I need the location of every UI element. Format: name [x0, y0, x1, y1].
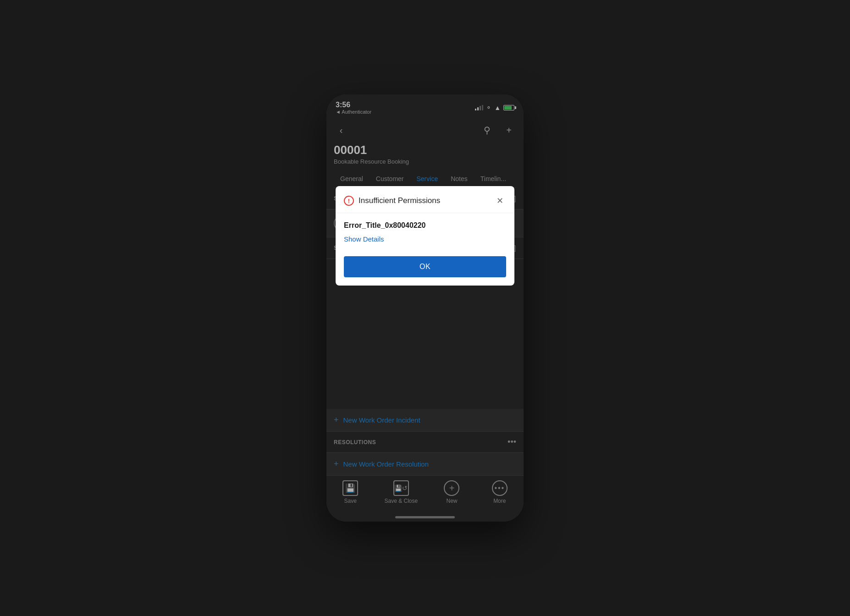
modal-body: Error_Title_0x80040220 Show Details [336, 213, 514, 253]
error-code: Error_Title_0x80040220 [344, 221, 506, 230]
phone-container: 3:56 ◄ Authenticator ⚬ ▲ ‹ ⚲ + 000 [326, 94, 524, 522]
modal-overlay: ! Insufficient Permissions ✕ Error_Title… [326, 94, 524, 522]
show-details-link[interactable]: Show Details [344, 235, 384, 243]
insufficient-permissions-modal: ! Insufficient Permissions ✕ Error_Title… [336, 186, 514, 286]
ok-button[interactable]: OK [344, 256, 506, 277]
modal-close-button[interactable]: ✕ [493, 194, 506, 207]
error-icon: ! [344, 196, 354, 206]
modal-title: Insufficient Permissions [359, 196, 489, 205]
modal-footer: OK [336, 253, 514, 286]
modal-header: ! Insufficient Permissions ✕ [336, 186, 514, 213]
